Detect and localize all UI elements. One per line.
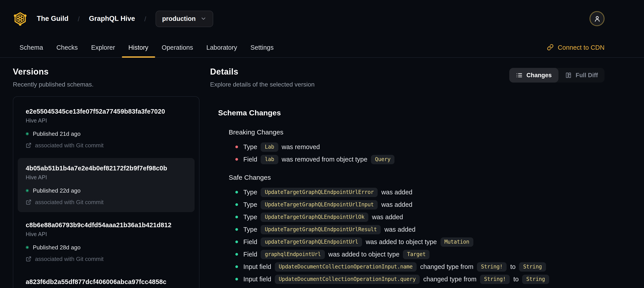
change-text: Field bbox=[243, 238, 257, 245]
change-row: Input fieldUpdateDocumentCollectionOpera… bbox=[229, 260, 604, 273]
code-chip: UpdateDocumentCollectionOperationInput.q… bbox=[275, 274, 420, 284]
change-text: changed type from bbox=[423, 275, 476, 283]
versions-subtitle: Recently published schemas. bbox=[13, 81, 200, 88]
tab-history[interactable]: History bbox=[122, 37, 155, 57]
main-content: Versions Recently published schemas. e2e… bbox=[0, 58, 644, 288]
link-icon bbox=[547, 44, 554, 51]
code-chip: graphqlEndpointUrl bbox=[261, 250, 325, 259]
breadcrumb-org[interactable]: The Guild bbox=[37, 15, 68, 23]
schema-changes-title: Schema Changes bbox=[218, 109, 604, 118]
change-text: Input field bbox=[243, 275, 271, 283]
code-chip: Target bbox=[403, 250, 430, 259]
breadcrumb-project[interactable]: GraphQL Hive bbox=[89, 15, 135, 23]
safe-bullet-icon bbox=[235, 240, 238, 243]
connect-to-cdn-button[interactable]: Connect to CDN bbox=[547, 37, 604, 57]
tab-explorer[interactable]: Explorer bbox=[84, 37, 122, 57]
code-chip: UpdateDocumentCollectionOperationInput.n… bbox=[275, 262, 417, 271]
version-item[interactable]: 4b05ab51b1b4a7e2e4b0ef82172f2b9f7ef98c0b… bbox=[18, 158, 194, 212]
change-row: TypeUpdateTargetGraphQLEndpointUrlErrorw… bbox=[229, 186, 604, 198]
version-list: e2e55045345ce13fe07f52a77459b83fa3fe7020… bbox=[13, 96, 200, 288]
full-diff-view-label: Full Diff bbox=[576, 72, 598, 79]
change-text: to bbox=[510, 263, 516, 270]
git-commit-label: associated with Git commit bbox=[35, 256, 104, 262]
safe-bullet-icon bbox=[235, 216, 238, 218]
full-diff-view-button[interactable]: Full Diff bbox=[558, 68, 605, 83]
user-icon bbox=[593, 15, 601, 23]
published-label: Published 22d ago bbox=[33, 187, 80, 194]
tab-laboratory[interactable]: Laboratory bbox=[200, 37, 244, 57]
change-row: TypeUpdateTargetGraphQLEndpointUrlOkwas … bbox=[229, 211, 604, 223]
changes-view-button[interactable]: Changes bbox=[509, 68, 558, 83]
tab-list: SchemaChecksExplorerHistoryOperationsLab… bbox=[13, 37, 280, 57]
change-text: was removed bbox=[282, 143, 320, 150]
change-text: was added to object type bbox=[328, 251, 400, 258]
app-root: The Guild / GraphQL Hive / production Sc… bbox=[0, 0, 644, 288]
code-chip: Query bbox=[371, 155, 394, 164]
version-status: Published 21d ago bbox=[26, 130, 186, 137]
published-dot-icon bbox=[26, 246, 29, 249]
code-chip: String bbox=[519, 262, 546, 271]
change-text: was added bbox=[372, 213, 403, 220]
git-commit-link[interactable]: associated with Git commit bbox=[26, 142, 186, 149]
safe-bullet-icon bbox=[235, 203, 238, 206]
code-chip: UpdateTargetGraphQLEndpointUrlOk bbox=[261, 212, 368, 222]
details-panel: Details Explore details of the selected … bbox=[210, 67, 604, 285]
change-section: Safe Changes TypeUpdateTargetGraphQLEndp… bbox=[218, 173, 604, 285]
published-dot-icon bbox=[26, 189, 29, 192]
code-chip: String bbox=[522, 274, 549, 284]
version-hash: e2e55045345ce13fe07f52a77459b83fa3fe7020 bbox=[26, 108, 186, 115]
versions-panel: Versions Recently published schemas. e2e… bbox=[13, 67, 200, 288]
header: The Guild / GraphQL Hive / production Sc… bbox=[0, 0, 644, 58]
change-text: Type bbox=[243, 201, 257, 208]
change-text: Type bbox=[243, 213, 257, 220]
git-commit-link[interactable]: associated with Git commit bbox=[26, 256, 186, 262]
git-commit-link[interactable]: associated with Git commit bbox=[26, 199, 186, 205]
safe-bullet-icon bbox=[235, 191, 238, 193]
code-chip: UpdateTargetGraphQLEndpointUrlInput bbox=[261, 200, 378, 209]
version-item[interactable]: c8b6e88a06793b9c4dfd54aaa21b36a1b421d812… bbox=[18, 215, 194, 269]
code-chip: lab bbox=[261, 155, 278, 164]
change-text: was added to object type bbox=[366, 238, 437, 245]
change-text: was added bbox=[382, 189, 412, 196]
external-link-icon bbox=[26, 199, 32, 205]
version-service: Hive API bbox=[26, 174, 186, 181]
target-selector[interactable]: production bbox=[156, 11, 214, 27]
details-title: Details bbox=[210, 67, 315, 77]
change-row: FieldgraphqlEndpointUrlwas added to obje… bbox=[229, 248, 604, 260]
view-toggle: Changes Full Diff bbox=[509, 68, 604, 83]
code-chip: UpdateTargetGraphQLEndpointUrlResult bbox=[261, 225, 381, 234]
safe-bullet-icon bbox=[235, 228, 238, 231]
user-avatar-button[interactable] bbox=[590, 11, 604, 26]
change-text: Type bbox=[243, 189, 257, 196]
tab-settings[interactable]: Settings bbox=[244, 37, 280, 57]
published-label: Published 21d ago bbox=[33, 130, 80, 137]
tab-bar: SchemaChecksExplorerHistoryOperationsLab… bbox=[0, 37, 644, 58]
version-hash: c8b6e88a06793b9c4dfd54aaa21b36a1b421d812 bbox=[26, 221, 186, 228]
change-text: changed type from bbox=[420, 263, 473, 270]
code-chip: String! bbox=[480, 274, 510, 284]
change-sections: Breaking Changes TypeLabwas removedField… bbox=[218, 128, 604, 285]
schema-changes: Schema Changes Breaking Changes TypeLabw… bbox=[210, 109, 604, 285]
change-row: TypeLabwas removed bbox=[229, 141, 604, 153]
changes-view-label: Changes bbox=[526, 72, 552, 79]
tab-schema[interactable]: Schema bbox=[13, 37, 50, 57]
safe-bullet-icon bbox=[235, 265, 238, 268]
change-list: TypeLabwas removedFieldlabwas removed fr… bbox=[229, 141, 604, 166]
list-icon bbox=[516, 72, 522, 79]
change-section: Breaking Changes TypeLabwas removedField… bbox=[218, 128, 604, 166]
version-item[interactable]: a823f6db2a55df877dcf406006abca97fcc4858c… bbox=[18, 271, 194, 288]
change-text: to bbox=[514, 275, 519, 283]
git-commit-label: associated with Git commit bbox=[35, 199, 104, 205]
tab-operations[interactable]: Operations bbox=[155, 37, 200, 57]
git-commit-label: associated with Git commit bbox=[35, 142, 104, 149]
breaking-bullet-icon bbox=[235, 146, 238, 148]
breadcrumb-separator: / bbox=[78, 15, 80, 23]
version-item[interactable]: e2e55045345ce13fe07f52a77459b83fa3fe7020… bbox=[18, 101, 194, 155]
published-dot-icon bbox=[26, 132, 29, 135]
code-chip: Lab bbox=[261, 142, 278, 152]
breadcrumb-separator: / bbox=[144, 15, 146, 23]
tab-checks[interactable]: Checks bbox=[50, 37, 84, 57]
connect-to-cdn-label: Connect to CDN bbox=[558, 44, 604, 51]
code-chip: updateTargetGraphQLEndpointUrl bbox=[261, 237, 362, 246]
hive-logo-icon[interactable] bbox=[13, 11, 28, 26]
